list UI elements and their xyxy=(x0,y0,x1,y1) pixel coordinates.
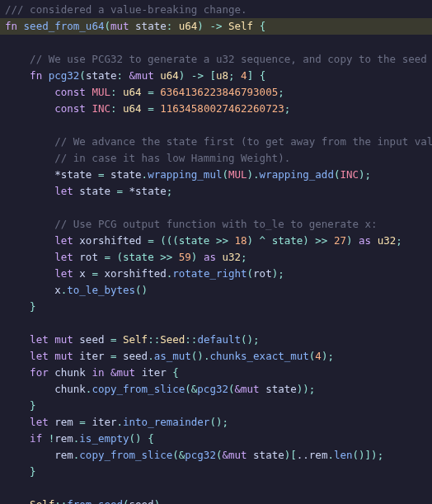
num-4: 4 xyxy=(315,350,322,362)
kw-let: let xyxy=(54,234,73,247)
slice-range: ..rem xyxy=(297,449,328,461)
ref-mut: &mut xyxy=(222,449,247,461)
var-xorshifted: xorshifted xyxy=(104,267,166,280)
comment: // in case it has low Hamming Weight). xyxy=(54,152,290,164)
const-mul-ref: MUL xyxy=(228,168,247,181)
num-27: 27 xyxy=(334,234,346,247)
num-59: 59 xyxy=(179,251,191,263)
var-iter: iter xyxy=(92,416,116,428)
method-into-remainder: into_remainder xyxy=(123,416,209,428)
type-u64: u64 xyxy=(123,86,142,98)
var-state: state xyxy=(265,383,297,395)
var-state: state xyxy=(253,449,284,461)
method-wrapping-add: wrapping_add xyxy=(260,168,334,181)
var-seed: seed xyxy=(79,333,104,346)
var-iter: iter xyxy=(142,366,167,379)
type-u32: u32 xyxy=(222,251,241,263)
comment: // Use PCG output function with to_le to… xyxy=(54,218,377,230)
kw-mut: mut xyxy=(54,350,73,362)
var-state: state xyxy=(79,185,110,197)
type-self: Self xyxy=(228,20,253,32)
fn-name: seed_from_u64 xyxy=(24,20,105,32)
method-chunks-exact-mut: chunks_exact_mut xyxy=(209,350,308,362)
method-is-empty: is_empty xyxy=(79,432,129,445)
deref-state: *state xyxy=(129,185,167,197)
var-seed: seed xyxy=(129,498,154,504)
kw-let: let xyxy=(30,350,49,362)
num-4: 4 xyxy=(241,69,247,82)
type-u32: u32 xyxy=(378,234,397,247)
method-len: len xyxy=(334,449,353,461)
kw-mut: mut xyxy=(54,333,73,346)
var-iter: iter xyxy=(79,350,104,362)
kw-let: let xyxy=(54,185,73,197)
comment: // We advance the state first (to get aw… xyxy=(54,135,432,148)
type-u64: u64 xyxy=(179,20,198,32)
var-chunk: chunk xyxy=(54,366,86,379)
kw-for: for xyxy=(30,366,49,379)
method-wrapping-mul: wrapping_mul xyxy=(148,168,222,181)
deref-state: *state xyxy=(54,168,92,181)
num-inc: 11634580027462260723 xyxy=(160,102,284,115)
var-chunk: chunk xyxy=(54,383,86,395)
param-state: state xyxy=(86,69,117,82)
fn-default: default xyxy=(197,333,241,346)
type-u64: u64 xyxy=(160,69,179,82)
var-x: x xyxy=(79,267,86,280)
kw-let: let xyxy=(54,251,73,263)
method-to-le-bytes: to_le_bytes xyxy=(67,284,135,296)
type-self: Self xyxy=(30,498,54,504)
ref-mut: &mut xyxy=(110,366,135,379)
kw-const: const xyxy=(54,86,86,98)
fn-signature-line: fn seed_from_u64(mut state: u64) -> Self… xyxy=(0,18,432,35)
var-x: x xyxy=(54,284,61,296)
param-state: state xyxy=(135,20,167,32)
fn-pcg32: pcg32 xyxy=(49,69,80,82)
type-u64: u64 xyxy=(123,102,142,115)
kw-as: as xyxy=(204,251,216,263)
fn-pcg32-call: pcg32 xyxy=(185,449,216,461)
kw-let: let xyxy=(30,333,49,346)
kw-let: let xyxy=(30,416,49,428)
method-copy-from-slice: copy_from_slice xyxy=(92,383,185,395)
var-rem: rem xyxy=(54,416,73,428)
type-self: Self xyxy=(123,333,148,346)
doc-comment-truncated: /// considered a value-breaking change. xyxy=(5,3,247,16)
num-18: 18 xyxy=(235,234,247,247)
code-block: /// considered a value-breaking change. … xyxy=(0,0,432,504)
ref-mut: &mut xyxy=(129,69,154,82)
comment: // We use PCG32 to generate a u32 sequen… xyxy=(30,53,427,65)
var-state: state xyxy=(110,168,142,181)
kw-as: as xyxy=(359,234,371,247)
kw-in: in xyxy=(92,366,104,379)
kw-fn: fn xyxy=(30,69,42,82)
type-u8: u8 xyxy=(216,69,228,82)
var-rot: rot xyxy=(79,251,98,263)
num-mul: 6364136223846793005 xyxy=(160,86,278,98)
const-mul: MUL xyxy=(92,86,110,98)
var-rem: rem xyxy=(54,449,73,461)
method-rotate-right: rotate_right xyxy=(172,267,247,280)
method-as-mut: as_mut xyxy=(154,350,191,362)
ref-mut: &mut xyxy=(235,383,260,395)
const-inc: INC xyxy=(92,102,110,115)
kw-mut: mut xyxy=(110,20,129,32)
var-seed: seed xyxy=(123,350,148,362)
const-inc-ref: INC xyxy=(340,168,359,181)
assoc-seed: Seed xyxy=(160,333,185,346)
var-rem: rem xyxy=(54,432,73,445)
kw-fn: fn xyxy=(5,20,17,32)
kw-const: const xyxy=(54,102,86,115)
var-xorshifted: xorshifted xyxy=(79,234,141,247)
fn-from-seed: from_seed xyxy=(67,498,123,504)
fn-pcg32-call: pcg32 xyxy=(197,383,228,395)
kw-let: let xyxy=(54,267,73,280)
method-copy-from-slice: copy_from_slice xyxy=(79,449,172,461)
kw-if: if xyxy=(30,432,42,445)
var-rot: rot xyxy=(253,267,272,280)
